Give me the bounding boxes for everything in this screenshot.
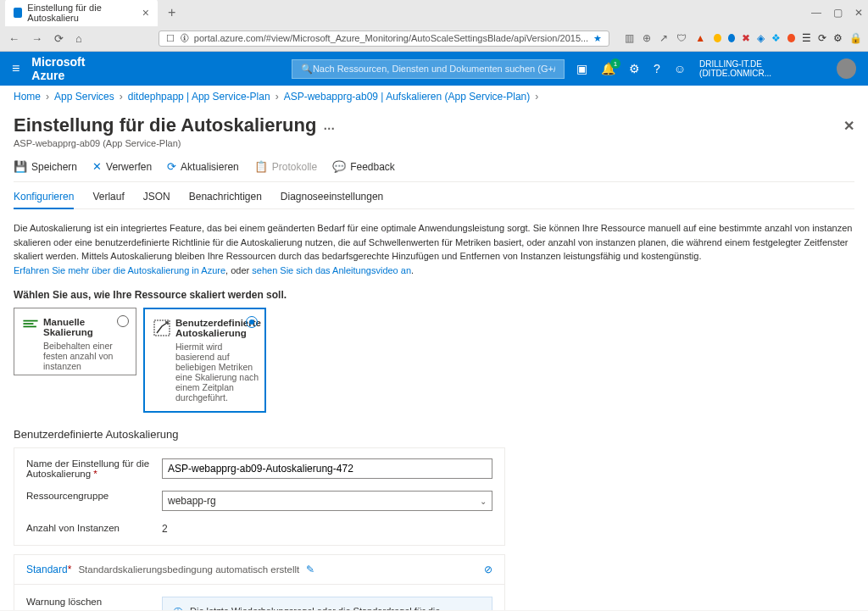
standard-link[interactable]: Standard* (26, 564, 71, 575)
rss-icon[interactable]: ▥ (625, 32, 634, 44)
brand[interactable]: Microsoft Azure (31, 55, 119, 82)
cloud-shell-icon[interactable]: ▣ (576, 62, 587, 75)
ext-icon[interactable]: ⚙ (833, 32, 843, 44)
save-button[interactable]: 💾Speichern (14, 160, 77, 173)
video-link[interactable]: sehen Sie sich das Anleitungsvideo an (252, 265, 411, 275)
search-icon: 🔍 (301, 64, 313, 75)
back-icon[interactable]: ← (8, 32, 19, 45)
tab-notify[interactable]: Benachrichtigen (189, 191, 262, 208)
feedback-button[interactable]: 💬Feedback (332, 160, 395, 173)
feedback-icon[interactable]: ☺ (674, 62, 686, 75)
bars-icon (23, 319, 38, 329)
shield-icon[interactable]: 🛡 (676, 32, 687, 44)
chart-arrow-icon (153, 319, 170, 336)
autoscale-name-input[interactable] (162, 458, 492, 479)
ext-icon[interactable]: ✖ (742, 32, 750, 44)
star-icon[interactable]: ★ (593, 33, 602, 44)
ext-icon[interactable] (728, 34, 736, 42)
breadcrumb-link[interactable]: ditdephpapp | App Service-Plan (128, 91, 270, 103)
tab-diagnostics[interactable]: Diagnoseeinstellungen (281, 191, 383, 208)
close-icon[interactable]: × (142, 6, 149, 19)
custom-scale-card[interactable]: Benutzerdefinierte Autoskalierung Hiermi… (143, 308, 266, 413)
chevron-down-icon: ⌄ (480, 497, 487, 506)
page-title: Einstellung für die Autoskalierung (14, 114, 316, 136)
resource-group-select[interactable]: webapp-rg ⌄ (162, 491, 492, 511)
disable-icon[interactable]: ⊘ (484, 564, 492, 575)
lock-icon[interactable]: 🔒 (849, 32, 862, 44)
close-icon[interactable]: ✕ (843, 118, 854, 134)
custom-section-heading: Benutzerdefinierte Autoskalierung (14, 428, 854, 441)
info-icon: ⓘ (173, 606, 183, 610)
refresh-icon: ⟳ (167, 160, 176, 173)
ext-icon[interactable]: ⟳ (818, 32, 826, 44)
breadcrumb-link[interactable]: ASP-webapprg-ab09 | Aufskalieren (App Se… (284, 91, 531, 103)
help-icon[interactable]: ? (654, 62, 660, 75)
bookmark-icon[interactable]: ☐ (166, 33, 175, 44)
browser-tab[interactable]: Einstellung für die Autoskalieru × (5, 0, 158, 26)
learn-more-link[interactable]: Erfahren Sie mehr über die Autoskalierun… (14, 265, 225, 275)
breadcrumb-link[interactable]: App Services (54, 91, 114, 103)
page-subtitle: ASP-webapprg-ab09 (App Service-Plan) (14, 138, 854, 148)
ext-icon[interactable]: ☰ (802, 32, 811, 44)
ext-icon[interactable]: ❖ (771, 32, 781, 44)
card-desc: Beibehalten einer festen anzahl von inst… (43, 341, 127, 371)
forward-icon[interactable]: → (31, 32, 42, 45)
home-icon[interactable]: ⌂ (75, 32, 82, 45)
tab-bar: Konfigurieren Verlauf JSON Benachrichtig… (14, 191, 854, 209)
menu-icon[interactable]: ≡ (12, 61, 19, 76)
info-banner: ⓘ Die letzte Wiederholungsregel oder die… (162, 597, 492, 610)
svg-rect-2 (23, 326, 36, 328)
search-input[interactable]: 🔍 (292, 59, 565, 79)
account-menu[interactable]: DRILLING-IT.DE (DITDE.ONMICR... (699, 58, 856, 79)
close-window-icon[interactable]: ✕ (854, 7, 863, 19)
ext-icon[interactable] (787, 34, 795, 42)
discard-button[interactable]: ✕Verwerfen (92, 160, 152, 173)
card-title: Manuelle Skalierung (43, 317, 127, 337)
breadcrumb-link[interactable]: Home (14, 91, 41, 103)
standard-subtitle: Standardskalierungsbedingung automatisch… (78, 564, 299, 575)
warning-icon[interactable]: ▲ (695, 32, 705, 44)
address-bar[interactable]: ☐ 🛈 portal.azure.com/#view/Microsoft_Azu… (159, 31, 609, 47)
instance-count: 2 (162, 523, 168, 535)
favicon-icon (14, 8, 22, 18)
discard-icon: ✕ (92, 160, 102, 173)
settings-icon[interactable]: ⚙ (629, 62, 640, 75)
url-text: portal.azure.com/#view/Microsoft_Azure_M… (194, 33, 588, 43)
card-desc: Hiermit wird basierend auf beliebigen Me… (175, 342, 261, 403)
save-icon: 💾 (14, 160, 27, 173)
manual-scale-card[interactable]: Manuelle Skalierung Beibehalten einer fe… (14, 308, 136, 375)
tab-title: Einstellung für die Autoskalieru (27, 3, 136, 23)
site-info-icon[interactable]: 🛈 (180, 33, 189, 43)
breadcrumb: Home› App Services› ditdephpapp | App Se… (0, 86, 868, 108)
choose-label: Wählen Sie aus, wie Ihre Ressource skali… (14, 289, 854, 301)
max-icon[interactable]: ▢ (833, 7, 843, 19)
feedback-icon: 💬 (332, 160, 346, 173)
svg-rect-1 (23, 323, 33, 325)
description: Die Autoskalierung ist ein integriertes … (14, 221, 854, 277)
tab-json[interactable]: JSON (143, 191, 170, 208)
min-icon[interactable]: ― (811, 7, 821, 19)
ext-icon[interactable]: ◈ (757, 32, 765, 44)
logs-button: 📋Protokolle (254, 160, 317, 173)
radio-icon (246, 316, 258, 328)
refresh-button[interactable]: ⟳Aktualisieren (167, 160, 239, 173)
ext-icon[interactable] (714, 34, 721, 42)
more-icon[interactable]: … (323, 119, 335, 132)
tab-configure[interactable]: Konfigurieren (14, 191, 74, 209)
share-icon[interactable]: ↗ (659, 32, 668, 44)
avatar-icon (837, 58, 856, 79)
logs-icon: 📋 (254, 160, 268, 173)
notifications-icon[interactable]: 🔔1 (601, 62, 615, 75)
tab-history[interactable]: Verlauf (92, 191, 124, 208)
svg-rect-0 (23, 320, 37, 322)
edit-icon[interactable]: ✎ (306, 564, 314, 575)
reload-icon[interactable]: ⟳ (54, 32, 64, 45)
zoom-icon[interactable]: ⊕ (643, 32, 651, 44)
new-tab-button[interactable]: + (161, 5, 182, 20)
radio-icon (117, 315, 129, 327)
